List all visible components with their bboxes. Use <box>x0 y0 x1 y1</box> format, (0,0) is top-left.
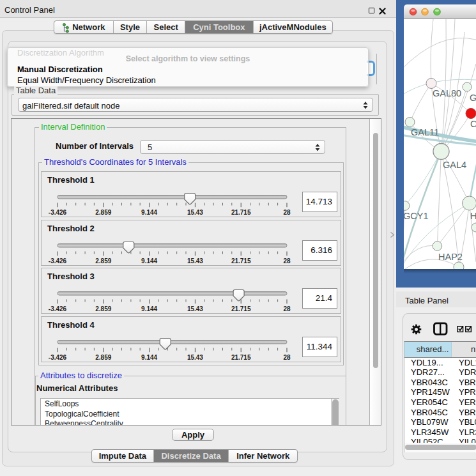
svg-text:HAP2: HAP2 <box>438 252 463 262</box>
svg-text:9.144: 9.144 <box>141 354 157 361</box>
svg-text:GAL11: GAL11 <box>411 127 439 137</box>
svg-text:2.859: 2.859 <box>95 305 111 312</box>
svg-text:21.715: 21.715 <box>231 209 251 216</box>
svg-text:9.144: 9.144 <box>141 209 157 216</box>
svg-text:21.715: 21.715 <box>231 257 251 265</box>
svg-text:2.859: 2.859 <box>95 209 111 216</box>
svg-text:28: 28 <box>283 257 291 265</box>
svg-text:GAL1: GAL1 <box>470 93 476 103</box>
svg-text:21.715: 21.715 <box>231 305 251 312</box>
svg-text:15.43: 15.43 <box>187 257 203 265</box>
svg-text:-3.426: -3.426 <box>49 257 67 265</box>
svg-text:GAL4: GAL4 <box>443 160 466 170</box>
svg-text:GCY1: GCY1 <box>404 211 429 221</box>
svg-text:9.144: 9.144 <box>141 305 157 312</box>
svg-text:-3.426: -3.426 <box>49 354 67 361</box>
svg-text:2.859: 2.859 <box>95 257 111 265</box>
svg-text:28: 28 <box>283 305 291 312</box>
svg-text:GAL80: GAL80 <box>433 88 461 98</box>
svg-text:28: 28 <box>283 354 291 361</box>
svg-text:-3.426: -3.426 <box>49 209 67 216</box>
svg-text:2.859: 2.859 <box>95 354 111 361</box>
svg-text:H: H <box>470 211 476 221</box>
svg-text:-3.426: -3.426 <box>49 305 67 312</box>
svg-text:15.43: 15.43 <box>187 354 203 361</box>
svg-text:15.43: 15.43 <box>187 209 203 216</box>
svg-text:9.144: 9.144 <box>141 257 157 265</box>
svg-text:C: C <box>470 119 476 129</box>
svg-text:15.43: 15.43 <box>187 305 203 312</box>
svg-text:28: 28 <box>283 209 291 216</box>
svg-text:21.715: 21.715 <box>231 354 251 361</box>
